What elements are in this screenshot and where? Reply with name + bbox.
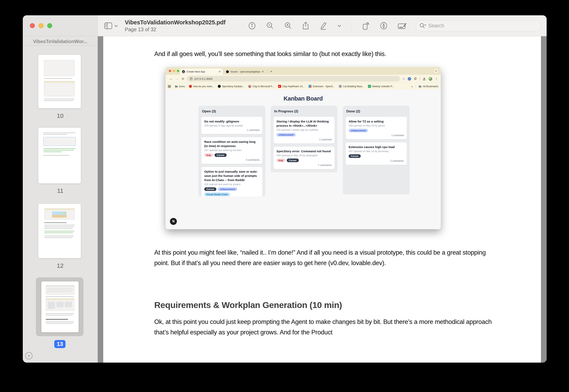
forward-icon: → <box>174 77 180 81</box>
card-title: Option to just manually save or auto-sav… <box>204 169 260 182</box>
extension-favicon <box>308 85 311 88</box>
bookmark-item: List Building Mast... <box>339 85 364 88</box>
tag-bug: bug <box>277 158 285 162</box>
download-icon <box>423 77 426 80</box>
browser-tabstrip: Create Next App ✕ Issues · specstoryai/g… <box>165 67 441 75</box>
sheets-favicon <box>368 85 371 88</box>
tab-search-chevron-icon <box>434 69 438 73</box>
kanban-card: Extension causes high cpu load #47 opene… <box>346 142 407 165</box>
search-input[interactable] <box>428 23 537 28</box>
document-title: VibesToValidationWorkshop2025.pdf <box>125 19 225 26</box>
url-text: 127.0.0.1:3003 <box>194 77 212 80</box>
zoom-window-button[interactable] <box>47 23 52 28</box>
zoom-in-icon[interactable] <box>284 22 292 30</box>
annotate-chevron-down-icon[interactable] <box>337 25 341 27</box>
minimize-button[interactable] <box>39 23 44 28</box>
card-meta: #49 opened on Mar 25 by gitcnd <box>349 124 404 127</box>
sidebar-chevron-down-icon[interactable] <box>114 25 118 27</box>
rotate-icon[interactable] <box>362 22 370 30</box>
sidebar-doc-name: VibesToValidationWor... <box>23 36 98 44</box>
gray-circle-favicon <box>339 85 342 88</box>
card-meta: #57 opened last week by Korolen <box>204 149 260 152</box>
pdf-paragraph-2: At this point you might feel like, “nail… <box>154 247 491 268</box>
thumbnail-page-12[interactable] <box>38 204 81 258</box>
bookmark-item: Extension - SpecS... <box>308 85 335 88</box>
card-comments: 1 comment <box>277 138 332 141</box>
card-title: SpecStory error: Command not found <box>277 149 332 153</box>
highlighter-icon[interactable] <box>319 22 327 30</box>
pdf-page: And if all goes well, you’ll see somethi… <box>103 36 541 363</box>
bookmark-item: Clay HeyReach 10... <box>278 85 305 88</box>
tab-close-icon: ✕ <box>262 70 264 73</box>
pdf-view-area[interactable]: And if all goes well, you’ll see somethi… <box>98 36 547 363</box>
card-meta: #47 opened on Mar 19 by jessestay <box>349 150 404 153</box>
bookmark-item: SpecStory Kanban... <box>218 85 244 88</box>
add-page-button[interactable]: + <box>25 352 32 359</box>
thumbnail-page-10[interactable] <box>38 55 81 108</box>
site-info-icon <box>190 77 192 80</box>
column-header: Done (2) <box>346 109 407 113</box>
search-field[interactable] <box>416 20 541 31</box>
onepassword-icon <box>408 77 411 81</box>
tag-cursor: Cursor <box>215 153 227 157</box>
traffic-lights <box>30 23 52 28</box>
toolbar: VibesToValidationWorkshop2025.pdf Page 1… <box>98 15 547 36</box>
tab-label: Create Next App <box>187 70 217 73</box>
share-icon[interactable] <box>303 22 309 30</box>
nextjs-dev-badge: N <box>170 218 177 225</box>
thumbnail-preview <box>44 60 75 76</box>
card-comments: 2 comments <box>349 160 404 162</box>
bookmarks-separator <box>416 84 416 88</box>
nextjs-favicon <box>182 70 185 73</box>
bookmark-item: Weekly LinkedIn P... <box>368 85 394 88</box>
thumbnail-sidebar: VibesToValidationWor... 10 <box>23 36 98 363</box>
kanban-app-content: Kanban Board Open (3) Do not modify .git… <box>165 90 441 229</box>
bookmark-item: Clay & Microsoft F... <box>248 85 274 88</box>
column-header: Open (3) <box>202 109 262 113</box>
card-title: Allow for TZ as a setting <box>349 119 404 124</box>
page-indicator: Page 13 of 32 <box>125 27 225 32</box>
signature-icon[interactable] <box>398 22 407 29</box>
folder-icon <box>175 85 178 88</box>
sidebar-toggle-icon[interactable] <box>104 22 112 29</box>
kanban-card: Option to just manually save or auto-sav… <box>201 167 263 196</box>
zoom-out-icon[interactable] <box>266 22 274 30</box>
browser-tab-active: Create Next App ✕ <box>180 69 223 75</box>
thumbnail-page-11[interactable] <box>38 128 81 183</box>
kanban-card: Race condition on auto-saving long (in t… <box>201 137 263 164</box>
bookmark-star-icon: ☆ <box>402 77 405 81</box>
card-comments: 3 comments <box>204 158 260 161</box>
tag-visual-studio-code: Visual Studio Code <box>204 193 230 196</box>
github-favicon <box>226 70 229 73</box>
browser-tab-inactive: Issues · specstoryai/getspecs ✕ <box>224 69 266 75</box>
card-comments: 7 comments <box>277 164 332 167</box>
tag-enhancement: enhancement <box>277 133 296 137</box>
bookmark-item: How do you revie... <box>189 85 214 88</box>
card-comments: 1 comment <box>349 134 404 137</box>
favicon-red-circle <box>189 85 192 88</box>
reload-icon: ⟳ <box>180 77 186 81</box>
markup-pen-icon[interactable] <box>380 22 387 30</box>
info-icon[interactable] <box>248 22 256 30</box>
youtube-favicon <box>278 85 281 88</box>
embedded-browser-screenshot: Create Next App ✕ Issues · specstoryai/g… <box>165 67 441 229</box>
kanban-card: Allow for TZ as a setting #49 opened on … <box>346 117 407 140</box>
kanban-column-open: Open (3) Do not modify .gitignore #59 op… <box>198 106 265 196</box>
card-comments: 1 comment <box>204 129 260 132</box>
all-bookmarks-item: All Bookmarks <box>419 85 438 88</box>
card-title: Extension causes high cpu load <box>349 145 404 149</box>
kanban-card: SpecStory error: Command not found #50 o… <box>273 146 335 169</box>
tag-cursor: Cursor <box>204 187 216 191</box>
search-icon <box>419 23 426 28</box>
pdf-paragraph-1: And if all goes well, you’ll see somethi… <box>154 49 497 59</box>
card-meta: #59 opened 4 days ago by anoblet <box>204 124 260 127</box>
kanban-card: Storing / display the LLM AI thinking pr… <box>273 117 335 144</box>
tag-cursor: Cursor <box>349 154 361 158</box>
tag-cursor: Cursor <box>287 158 299 162</box>
thumbnail-page-13[interactable] <box>41 281 79 332</box>
pdf-section-heading: Requirements & Workplan Generation (10 m… <box>154 300 342 310</box>
pdf-paragraph-3: Ok, at this point you could just keep pr… <box>154 317 497 338</box>
thumbnail-preview <box>43 133 75 133</box>
close-button[interactable] <box>30 23 35 28</box>
github-favicon <box>218 85 221 88</box>
